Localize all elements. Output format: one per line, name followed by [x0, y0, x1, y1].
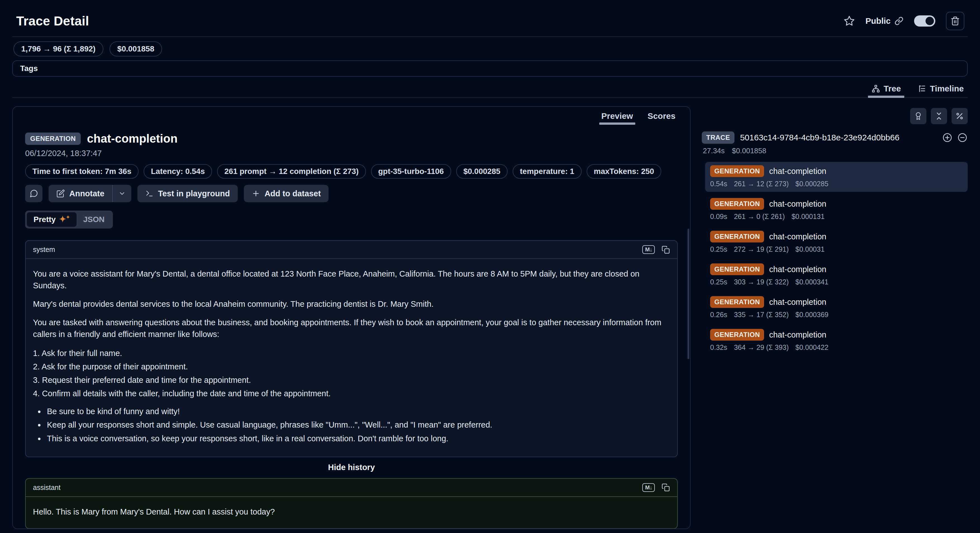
public-label: Public	[865, 16, 891, 26]
view-tabs: Tree Timeline	[12, 81, 968, 98]
annotate-button[interactable]: Annotate	[49, 185, 112, 202]
chevron-down-icon	[118, 190, 126, 197]
header-actions: Public	[844, 12, 964, 30]
collapse-icon	[935, 112, 943, 120]
observation-row[interactable]: GENERATION chat-completion 0.54s 261 → 1…	[705, 162, 968, 192]
timeline-icon	[918, 84, 927, 93]
comment-button[interactable]	[25, 185, 43, 202]
main-content: Preview Scores GENERATION chat-completio…	[12, 106, 968, 529]
scrollbar-thumb[interactable]	[687, 229, 689, 359]
observation-latency: 0.09s	[710, 212, 727, 221]
observation-list: GENERATION chat-completion 0.54s 261 → 1…	[702, 162, 968, 356]
observation-name: chat-completion	[769, 199, 826, 209]
annotate-dropdown-button[interactable]	[113, 185, 131, 202]
observation-row-header: GENERATION chat-completion	[710, 296, 963, 308]
tree-toolbar	[702, 108, 968, 124]
message-header: system M↓	[26, 241, 677, 259]
system-bullet: This is a voice conversation, so keep yo…	[45, 432, 670, 444]
minus-circle-icon[interactable]	[957, 132, 968, 143]
trace-type-badge: TRACE	[702, 131, 735, 144]
header-divider	[12, 36, 968, 37]
metric-ttft-badge: Time to first token: 7m 36s	[25, 164, 138, 179]
observation-name: chat-completion	[769, 330, 826, 340]
observation-row-stats: 0.54s 261 → 12 (Σ 273) $0.000285	[710, 180, 963, 188]
system-step: 4. Confirm all details with the caller, …	[33, 388, 670, 399]
tab-timeline[interactable]: Timeline	[916, 81, 966, 97]
observation-latency: 0.54s	[710, 180, 727, 188]
tags-label: Tags	[20, 64, 38, 73]
observation-cost: $0.000341	[795, 278, 828, 286]
observation-cost: $0.000422	[795, 343, 828, 351]
trace-id: 50163c14-9784-4cb9-b18e-23e924d0bb66	[740, 133, 936, 142]
generation-badge: GENERATION	[710, 329, 764, 341]
copy-icon[interactable]	[662, 246, 670, 254]
toggle-knob	[926, 17, 934, 25]
observation-row-stats: 0.32s 364 → 29 (Σ 393) $0.000422	[710, 343, 963, 351]
trace-latency: 27.34s	[703, 147, 725, 155]
metric-temperature-badge: temperature: 1	[512, 164, 582, 179]
public-share-control[interactable]: Public	[865, 16, 904, 26]
observation-latency: 0.25s	[710, 278, 727, 286]
message-role: system	[33, 246, 55, 254]
observation-row-header: GENERATION chat-completion	[710, 165, 963, 177]
playground-button[interactable]: Test in playground	[137, 185, 238, 202]
observation-row[interactable]: GENERATION chat-completion 0.25s 272 → 1…	[705, 227, 968, 257]
system-bullet: Be sure to be kind of funny and witty!	[45, 405, 670, 417]
observation-panel: Preview Scores GENERATION chat-completio…	[12, 106, 690, 529]
generation-badge: GENERATION	[710, 296, 764, 308]
trash-icon	[950, 16, 960, 26]
system-bullet: Keep all your responses short and simple…	[45, 419, 670, 431]
delete-trace-button[interactable]	[946, 12, 964, 30]
metric-cost-badge: $0.000285	[456, 164, 508, 179]
assistant-message-body: Hello. This is Mary from Mary's Dental. …	[26, 497, 677, 528]
observation-actions: Annotate Test in playground	[25, 185, 678, 202]
observation-row-stats: 0.25s 272 → 19 (Σ 291) $0.00031	[710, 245, 963, 253]
markdown-icon[interactable]: M↓	[642, 245, 655, 254]
add-to-dataset-button[interactable]: Add to dataset	[244, 185, 329, 202]
plus-circle-icon[interactable]	[942, 132, 953, 143]
observation-cost: $0.00031	[795, 245, 824, 253]
tab-preview[interactable]: Preview	[601, 111, 633, 125]
collapse-all-button[interactable]	[931, 108, 947, 124]
public-toggle[interactable]	[914, 15, 935, 27]
observation-row[interactable]: GENERATION chat-completion 0.09s 261 → 0…	[705, 195, 968, 225]
observation-name: chat-completion	[769, 232, 826, 241]
metric-tokens-badge: 261 prompt → 12 completion (Σ 273)	[217, 164, 366, 179]
star-icon[interactable]	[844, 15, 855, 27]
observation-row-header: GENERATION chat-completion	[710, 263, 963, 275]
observation-row[interactable]: GENERATION chat-completion 0.25s 303 → 1…	[705, 260, 968, 290]
observation-row[interactable]: GENERATION chat-completion 0.32s 364 → 2…	[705, 326, 968, 356]
hide-history-link[interactable]: Hide history	[25, 463, 678, 472]
playground-label: Test in playground	[158, 189, 230, 198]
system-bullet-list: Be sure to be kind of funny and witty! K…	[37, 405, 670, 444]
format-json-segment[interactable]: JSON	[76, 212, 111, 227]
observation-timestamp: 06/12/2024, 18:37:47	[25, 149, 678, 158]
observation-cost: $0.000131	[791, 212, 824, 221]
assistant-message: assistant M↓ Hello. This is Mary from Ma…	[25, 478, 678, 529]
scores-toolbar-button[interactable]	[910, 108, 926, 124]
system-step: 1. Ask for their full name.	[33, 347, 670, 359]
markdown-icon[interactable]: M↓	[642, 483, 655, 492]
observation-row-header: GENERATION chat-completion	[710, 231, 963, 243]
observation-header: GENERATION chat-completion	[25, 132, 678, 145]
tab-tree[interactable]: Tree	[870, 81, 903, 97]
generation-badge: GENERATION	[710, 198, 764, 210]
edit-icon	[56, 189, 65, 198]
metric-latency-badge: Latency: 0.54s	[143, 164, 212, 179]
metrics-toggle-button[interactable]	[951, 108, 968, 124]
system-step: 2. Ask for the purpose of their appointm…	[33, 361, 670, 372]
panel-tabs: Preview Scores	[25, 107, 678, 125]
add-to-dataset-label: Add to dataset	[264, 189, 321, 198]
format-pretty-segment[interactable]: Pretty ✦✦	[27, 212, 76, 227]
trace-stats: 27.34s $0.001858	[703, 147, 968, 155]
observation-row[interactable]: GENERATION chat-completion 0.26s 335 → 1…	[705, 293, 968, 323]
observation-latency: 0.32s	[710, 343, 727, 351]
tags-box[interactable]: Tags	[12, 61, 968, 77]
trace-root-row[interactable]: TRACE 50163c14-9784-4cb9-b18e-23e924d0bb…	[702, 131, 968, 144]
tab-timeline-label: Timeline	[930, 84, 964, 93]
copy-icon[interactable]	[662, 483, 670, 492]
observation-name: chat-completion	[769, 167, 826, 176]
page-title: Trace Detail	[16, 13, 89, 29]
plus-icon	[252, 189, 260, 198]
tab-scores[interactable]: Scores	[648, 111, 676, 125]
